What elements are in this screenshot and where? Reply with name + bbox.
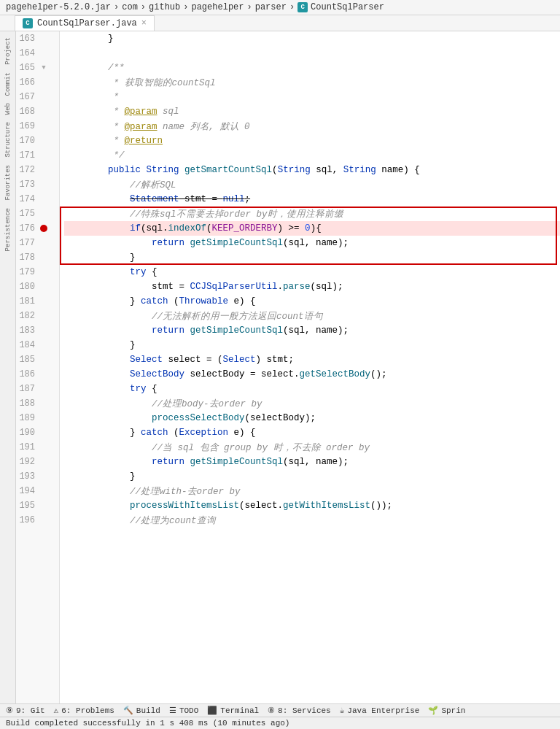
line-number: 183 — [16, 325, 38, 336]
fold-arrow[interactable]: ▼ — [42, 64, 45, 72]
breadcrumb-part2[interactable]: github — [149, 2, 180, 12]
status-git[interactable]: ⑨ 9: Git — [6, 706, 45, 715]
line-indent — [64, 369, 130, 379]
line-content: } — [108, 34, 114, 44]
gutter-mark — [38, 150, 50, 161]
gutter-row: 191 — [16, 440, 59, 455]
code-body[interactable]: } /** * 获取智能的countSql * * @param sql * @… — [60, 31, 560, 703]
line-indent — [64, 398, 152, 409]
gutter-mark — [38, 237, 50, 249]
sidebar-item-web[interactable]: Web — [3, 100, 13, 117]
tab-count-sql-parser[interactable]: C CountSqlParser.java × — [15, 15, 155, 31]
gutter-row: 165▼ — [16, 61, 59, 75]
breakpoint-dot[interactable] — [40, 225, 47, 232]
line-indent — [64, 209, 130, 219]
gutter-mark — [38, 266, 50, 278]
java-enterprise-icon: ☕ — [340, 706, 345, 715]
sidebar-item-persistence[interactable]: Persistence — [3, 205, 13, 254]
gutter-mark — [38, 208, 50, 220]
breadcrumb-part3[interactable]: pagehelper — [191, 2, 244, 12]
breadcrumb-part4[interactable]: parser — [255, 2, 287, 12]
breadcrumb-classname[interactable]: CountSqlParser — [311, 2, 384, 12]
status-problems-label: 6: Problems — [61, 706, 114, 715]
gutter-row: 171 — [16, 148, 59, 163]
line-number: 196 — [16, 515, 38, 525]
sidebar-item-project[interactable]: Project — [3, 34, 13, 68]
sidebar-item-commit[interactable]: Commit — [3, 69, 13, 99]
breadcrumb-sep2: › — [141, 2, 146, 12]
sidebar-item-structure[interactable]: Structure — [3, 119, 13, 161]
line-content: } — [130, 471, 136, 482]
problems-icon: ⚠ — [54, 706, 59, 715]
status-services[interactable]: ⑧ 8: Services — [268, 706, 331, 715]
gutter-mark — [38, 47, 50, 59]
gutter-row: 166 — [16, 75, 59, 90]
code-line: Select select = (Select) stmt; — [64, 352, 560, 367]
code-line: processSelectBody(selectBody); — [64, 411, 560, 425]
line-indent — [64, 355, 130, 365]
line-indent — [64, 252, 130, 263]
line-number: 189 — [16, 413, 38, 423]
line-content: return getSimpleCountSql(sql, name); — [152, 325, 349, 336]
gutter-row: 182 — [16, 309, 59, 323]
line-content: } catch (Exception e) { — [130, 428, 256, 438]
gutter-row: 194 — [16, 484, 59, 498]
code-line: } catch (Exception e) { — [64, 425, 560, 440]
line-content: //当 sql 包含 group by 时，不去除 order by — [152, 441, 370, 454]
status-terminal[interactable]: ⬛ Terminal — [207, 706, 259, 715]
line-number: 179 — [16, 267, 38, 277]
breadcrumb: pagehelper-5.2.0.jar › com › github › pa… — [0, 0, 560, 15]
line-content: processSelectBody(selectBody); — [152, 413, 316, 423]
terminal-icon: ⬛ — [207, 706, 217, 715]
spring-icon: 🌱 — [428, 706, 438, 715]
status-problems[interactable]: ⚠ 6: Problems — [54, 706, 114, 715]
gutter-row: 190 — [16, 425, 59, 440]
line-number: 181 — [16, 296, 38, 306]
gutter-row: 181 — [16, 294, 59, 309]
code-line: */ — [64, 148, 560, 163]
line-indent — [64, 267, 130, 277]
status-services-label: 8: Services — [278, 706, 331, 715]
gutter-mark — [38, 456, 50, 468]
line-content: SelectBody selectBody = select.getSelect… — [130, 369, 387, 379]
build-status-bar: Build completed successfully in 1 s 408 … — [0, 717, 560, 729]
code-line: //处理为count查询 — [64, 513, 560, 528]
gutter-row: 175 — [16, 207, 59, 221]
status-java-enterprise[interactable]: ☕ Java Enterprise — [340, 706, 420, 715]
line-indent — [64, 121, 114, 131]
gutter-row: 195 — [16, 498, 59, 513]
line-indent — [64, 92, 114, 102]
line-number: 174 — [16, 194, 38, 204]
line-indent — [64, 311, 152, 321]
code-editor: 163164165▼166167168169170171172173174175… — [16, 31, 560, 703]
line-content: //特殊sql不需要去掉order by时，使用注释前缀 — [130, 208, 343, 220]
gutter-mark — [38, 310, 50, 322]
tab-class-icon: C — [23, 18, 33, 28]
editor-scroll[interactable]: 163164165▼166167168169170171172173174175… — [16, 31, 560, 703]
code-line: try { — [64, 265, 560, 279]
status-terminal-label: Terminal — [220, 706, 259, 715]
line-number: 164 — [16, 48, 38, 58]
tab-close-button[interactable]: × — [141, 18, 147, 28]
gutter-row: 177 — [16, 236, 59, 250]
code-line: processWithItemsList(select.getWithItems… — [64, 498, 560, 513]
line-indent — [64, 325, 152, 336]
sidebar-item-favorites[interactable]: Favorites — [3, 162, 13, 204]
gutter-row: 167 — [16, 90, 59, 104]
code-line: try { — [64, 382, 560, 396]
line-number: 167 — [16, 92, 38, 102]
line-number: 186 — [16, 369, 38, 379]
breadcrumb-jar[interactable]: pagehelper-5.2.0.jar — [6, 2, 111, 12]
line-content: * @param sql — [114, 107, 179, 117]
breadcrumb-part1[interactable]: com — [122, 2, 138, 12]
status-build[interactable]: 🔨 Build — [123, 706, 160, 715]
status-todo-label: TODO — [179, 706, 198, 715]
line-number: 171 — [16, 150, 38, 161]
gutter-mark — [38, 179, 50, 190]
services-icon: ⑧ — [268, 706, 275, 715]
status-spring[interactable]: 🌱 Sprin — [428, 706, 465, 715]
code-line: return getSimpleCountSql(sql, name); — [64, 323, 560, 338]
line-number: 192 — [16, 457, 38, 467]
status-todo[interactable]: ☰ TODO — [169, 706, 198, 715]
breadcrumb-sep5: › — [289, 2, 295, 12]
